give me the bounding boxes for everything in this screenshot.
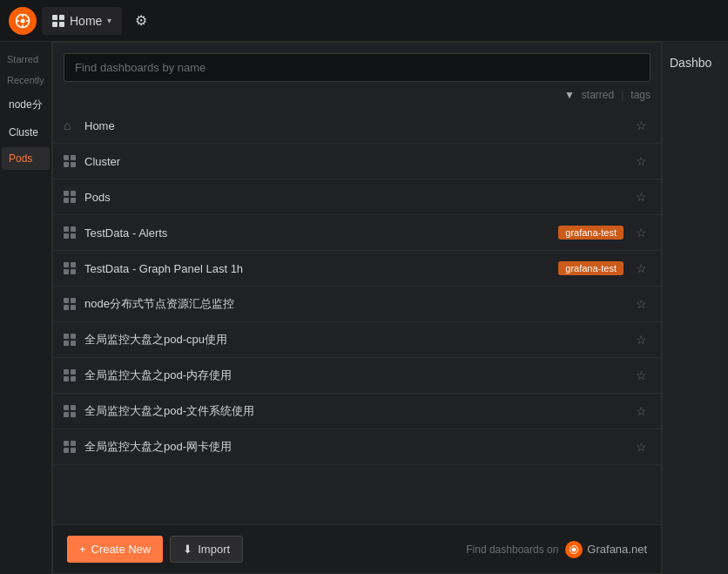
grid-icon <box>64 405 76 417</box>
item-name: Pods <box>84 191 624 204</box>
list-item[interactable]: 全局监控大盘之pod-文件系统使用 ☆ <box>53 394 661 429</box>
panel-footer: + Create New ⬇ Import Find dashboards on <box>53 524 661 573</box>
starred-section-label: Starred <box>0 51 51 68</box>
create-new-label: Create New <box>91 543 152 556</box>
list-item[interactable]: 全局监控大盘之pod-网卡使用 ☆ <box>53 429 661 465</box>
star-button[interactable]: ☆ <box>632 295 650 313</box>
star-button[interactable]: ☆ <box>632 224 650 241</box>
import-icon: ⬇ <box>183 543 192 556</box>
star-button[interactable]: ☆ <box>632 117 650 134</box>
import-button[interactable]: ⬇ Import <box>170 536 243 563</box>
home-dropdown-button[interactable]: Home ▾ <box>42 7 122 35</box>
chevron-down-icon: ▾ <box>107 16 111 25</box>
star-button[interactable]: ☆ <box>632 402 650 420</box>
recently-section-label: Recently <box>0 71 51 89</box>
filter-bar: ▼ starred | tags <box>53 89 661 108</box>
tags-filter-button[interactable]: tags <box>630 89 650 101</box>
home-icon: ⌂ <box>64 119 76 132</box>
tags-filter-label: tags <box>630 89 650 101</box>
sidebar: Starred Recently node分 Cluste Pods <box>0 42 52 574</box>
list-item[interactable]: TestData - Alerts grafana-test ☆ <box>53 215 661 251</box>
item-name: Home <box>84 119 624 132</box>
star-button[interactable]: ☆ <box>632 152 650 170</box>
grafana-logo-button[interactable] <box>9 7 37 35</box>
grid-icon <box>64 369 76 382</box>
star-button[interactable]: ☆ <box>632 188 650 206</box>
list-item[interactable]: TestData - Graph Panel Last 1h grafana-t… <box>53 251 661 287</box>
star-button[interactable]: ☆ <box>632 438 650 456</box>
gear-icon: ⚙ <box>135 12 147 29</box>
sidebar-item-cluster[interactable]: Cluste <box>2 121 50 144</box>
import-label: Import <box>198 543 230 556</box>
grid-icon <box>64 226 76 239</box>
item-name: 全局监控大盘之pod-内存使用 <box>84 368 624 383</box>
star-button[interactable]: ☆ <box>632 260 650 277</box>
plus-icon: + <box>79 543 86 556</box>
item-name: 全局监控大盘之pod-文件系统使用 <box>84 403 624 419</box>
navbar: Home ▾ ⚙ <box>0 0 728 42</box>
item-name: TestData - Graph Panel Last 1h <box>84 262 549 275</box>
dashboard-list: ⌂ Home ☆ Cluster ☆ Pods ☆ TestData - Ale… <box>53 108 661 524</box>
tag-badge: grafana-test <box>558 261 624 275</box>
right-panel-title: Dashbo <box>663 49 718 77</box>
search-bar <box>53 43 661 89</box>
grafana-net-label: Grafana.net <box>587 543 647 556</box>
settings-button[interactable]: ⚙ <box>127 7 155 35</box>
list-item[interactable]: Pods ☆ <box>53 179 661 215</box>
grafana-circle-icon <box>565 541 583 558</box>
svg-point-1 <box>21 18 25 23</box>
grid-icon <box>64 298 76 310</box>
home-button-label: Home <box>70 14 102 28</box>
item-name: 全局监控大盘之pod-cpu使用 <box>84 332 624 348</box>
grid-icon <box>64 262 76 274</box>
sidebar-item-node[interactable]: node分 <box>2 92 50 118</box>
item-name: 全局监控大盘之pod-网卡使用 <box>84 439 624 455</box>
grafana-net-logo[interactable]: Grafana.net <box>565 541 647 558</box>
grid-icon <box>64 441 76 453</box>
footer-actions: + Create New ⬇ Import <box>67 536 243 563</box>
filter-divider: | <box>621 89 624 101</box>
find-dashboards-text: Find dashboards on <box>466 544 558 556</box>
star-button[interactable]: ☆ <box>632 367 650 384</box>
item-name: node分布式节点资源汇总监控 <box>84 296 624 312</box>
grid-icon <box>64 334 76 346</box>
main-layout: Starred Recently node分 Cluste Pods ▼ sta… <box>0 42 728 574</box>
list-item[interactable]: Cluster ☆ <box>53 144 661 179</box>
list-item[interactable]: 全局监控大盘之pod-cpu使用 ☆ <box>53 322 661 358</box>
starred-filter-label: starred <box>582 89 614 101</box>
list-item[interactable]: node分布式节点资源汇总监控 ☆ <box>53 287 661 322</box>
list-item[interactable]: 全局监控大盘之pod-内存使用 ☆ <box>53 358 661 394</box>
home-grid-icon <box>52 15 64 27</box>
grid-icon <box>64 191 76 203</box>
starred-filter-button[interactable]: starred <box>582 89 614 101</box>
create-new-button[interactable]: + Create New <box>67 536 163 563</box>
filter-funnel-icon: ▼ <box>564 89 575 101</box>
footer-grafana-link: Find dashboards on Grafana.net <box>466 541 647 558</box>
search-input[interactable] <box>64 53 650 82</box>
right-panel: Dashbo <box>662 42 728 574</box>
sidebar-item-pods[interactable]: Pods <box>2 147 50 170</box>
svg-point-6 <box>572 547 576 551</box>
list-item[interactable]: ⌂ Home ☆ <box>53 108 661 144</box>
tag-badge: grafana-test <box>558 226 624 240</box>
star-button[interactable]: ☆ <box>632 331 650 348</box>
grid-icon <box>64 155 76 167</box>
item-name: TestData - Alerts <box>84 226 549 240</box>
dashboard-panel: ▼ starred | tags ⌂ Home ☆ Cluster ☆ <box>52 42 662 574</box>
item-name: Cluster <box>84 155 624 168</box>
